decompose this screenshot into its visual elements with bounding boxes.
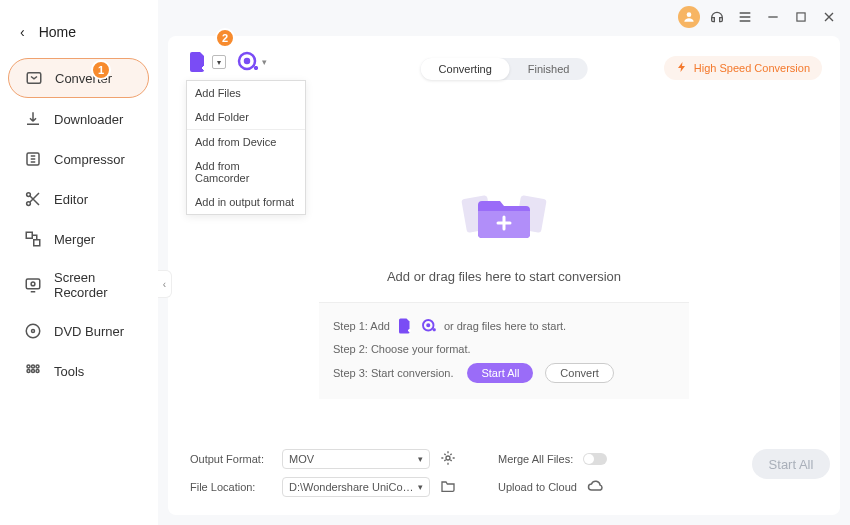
chevron-down-icon: ▾ (418, 482, 423, 492)
sidebar-item-editor[interactable]: Editor (8, 180, 149, 218)
scissors-icon (24, 190, 42, 208)
sidebar-collapse-handle[interactable]: ‹ (158, 270, 172, 298)
add-file-icon[interactable] (396, 317, 414, 335)
convert-button[interactable]: Convert (545, 363, 614, 383)
sidebar-item-tools[interactable]: Tools (8, 352, 149, 390)
file-location-select[interactable]: D:\Wondershare UniConverter 1 ▾ (282, 477, 430, 497)
drop-zone[interactable]: Add or drag files here to start conversi… (319, 166, 689, 399)
disc-icon (24, 322, 42, 340)
step1-prefix: Step 1: Add (333, 320, 390, 332)
sidebar-item-compressor[interactable]: Compressor (8, 140, 149, 178)
svg-point-8 (26, 324, 40, 338)
gear-icon[interactable] (440, 450, 458, 468)
tab-converting[interactable]: Converting (421, 58, 510, 80)
toolbar: ▾ Add Files Add Folder Add from Device A… (186, 50, 822, 74)
high-speed-conversion-button[interactable]: High Speed Conversion (664, 56, 822, 80)
svg-point-10 (27, 365, 30, 368)
dropdown-add-from-device[interactable]: Add from Device (187, 129, 305, 154)
dropdown-add-folder[interactable]: Add Folder (187, 105, 305, 129)
svg-rect-6 (26, 279, 40, 289)
cloud-icon[interactable] (587, 478, 605, 496)
maximize-icon[interactable] (790, 6, 812, 28)
sidebar-item-merger[interactable]: Merger (8, 220, 149, 258)
status-tabs: Converting Finished (421, 58, 588, 80)
output-format-value: MOV (289, 453, 314, 465)
folder-icon[interactable] (440, 478, 458, 496)
sidebar: ‹ Home Converter Downloader Compressor E… (0, 0, 158, 525)
start-all-main-button[interactable]: Start All (752, 449, 830, 479)
svg-point-16 (687, 12, 692, 17)
home-label: Home (39, 24, 76, 40)
headset-icon[interactable] (706, 6, 728, 28)
sidebar-item-label: Tools (54, 364, 84, 379)
titlebar (158, 0, 850, 30)
drop-zone-text: Add or drag files here to start conversi… (319, 269, 689, 284)
sidebar-item-label: Editor (54, 192, 88, 207)
merge-all-toggle[interactable] (583, 453, 607, 465)
converter-icon (25, 69, 43, 87)
svg-point-9 (32, 330, 35, 333)
annotation-badge-1: 1 (91, 60, 111, 80)
step-3: Step 3: Start conversion. Start All Conv… (333, 359, 675, 387)
user-avatar-icon[interactable] (678, 6, 700, 28)
svg-rect-17 (797, 13, 805, 21)
start-all-button[interactable]: Start All (467, 363, 533, 383)
svg-rect-4 (26, 232, 32, 238)
sidebar-item-converter[interactable]: Converter (8, 58, 149, 98)
add-disc-icon[interactable] (420, 317, 438, 335)
minimize-icon[interactable] (762, 6, 784, 28)
steps-panel: Step 1: Add or drag files here to start.… (319, 302, 689, 399)
output-format-select[interactable]: MOV ▾ (282, 449, 430, 469)
file-location-value: D:\Wondershare UniConverter 1 (289, 481, 418, 493)
step-1: Step 1: Add or drag files here to start. (333, 313, 675, 339)
file-location-label: File Location: (190, 481, 272, 493)
menu-icon[interactable] (734, 6, 756, 28)
svg-point-13 (27, 370, 30, 373)
sidebar-item-downloader[interactable]: Downloader (8, 100, 149, 138)
svg-point-11 (32, 365, 35, 368)
chevron-down-icon[interactable]: ▾ (212, 55, 226, 69)
sidebar-item-label: Screen Recorder (54, 270, 133, 300)
tab-finished[interactable]: Finished (510, 58, 588, 80)
svg-point-15 (36, 370, 39, 373)
step-2: Step 2: Choose your format. (333, 339, 675, 359)
content-panel: ▾ Add Files Add Folder Add from Device A… (168, 36, 840, 515)
upload-cloud-label: Upload to Cloud (498, 481, 577, 493)
dropdown-add-from-camcorder[interactable]: Add from Camcorder (187, 154, 305, 190)
chevron-down-icon[interactable]: ▾ (262, 57, 267, 67)
svg-point-23 (427, 324, 429, 326)
add-disc-icon (236, 50, 260, 74)
svg-point-3 (27, 202, 31, 206)
svg-point-12 (36, 365, 39, 368)
download-icon (24, 110, 42, 128)
add-file-button[interactable]: ▾ Add Files Add Folder Add from Device A… (186, 50, 226, 74)
sidebar-item-dvd-burner[interactable]: DVD Burner (8, 312, 149, 350)
output-format-label: Output Format: (190, 453, 272, 465)
dropdown-add-output-format[interactable]: Add in output format (187, 190, 305, 214)
step3-text: Step 3: Start conversion. (333, 367, 453, 379)
lightning-icon (676, 61, 688, 75)
svg-point-7 (31, 282, 35, 286)
screen-recorder-icon (24, 276, 42, 294)
svg-point-24 (446, 456, 450, 460)
dropdown-add-files[interactable]: Add Files (187, 81, 305, 105)
close-icon[interactable] (818, 6, 840, 28)
high-speed-label: High Speed Conversion (694, 62, 810, 74)
compress-icon (24, 150, 42, 168)
sidebar-item-label: Downloader (54, 112, 123, 127)
sidebar-item-label: Merger (54, 232, 95, 247)
svg-point-2 (27, 193, 31, 197)
chevron-left-icon: ‹ (20, 24, 25, 40)
add-file-icon (186, 50, 210, 74)
step1-suffix: or drag files here to start. (444, 320, 566, 332)
svg-point-14 (32, 370, 35, 373)
svg-rect-5 (34, 240, 40, 246)
back-home[interactable]: ‹ Home (0, 16, 157, 58)
annotation-badge-2: 2 (215, 28, 235, 48)
sidebar-item-label: Compressor (54, 152, 125, 167)
bottom-bar: Output Format: MOV ▾ Merge All Files: Fi… (186, 435, 822, 505)
merge-icon (24, 230, 42, 248)
add-dvd-button[interactable]: ▾ (236, 50, 267, 74)
merge-all-label: Merge All Files: (498, 453, 573, 465)
sidebar-item-screen-recorder[interactable]: Screen Recorder (8, 260, 149, 310)
